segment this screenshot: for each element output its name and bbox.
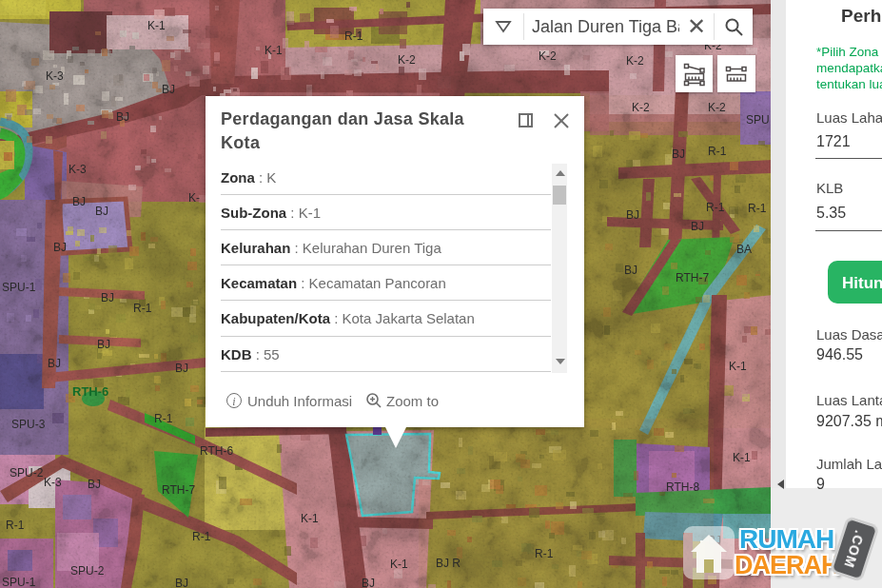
svg-text:K-2: K-2 — [398, 53, 416, 67]
svg-text:BJ: BJ — [116, 110, 129, 124]
svg-text:K-2: K-2 — [632, 101, 650, 114]
svg-text:K-1: K-1 — [390, 558, 408, 571]
svg-text:BJ R: BJ R — [436, 557, 461, 570]
svg-text:SPU: SPU — [746, 113, 770, 127]
svg-text:BA: BA — [736, 243, 752, 256]
svg-text:SPU-2: SPU-2 — [70, 564, 105, 578]
svg-text:RTH-6: RTH-6 — [72, 384, 108, 399]
svg-text:K-3: K-3 — [44, 476, 62, 489]
svg-text:K-2: K-2 — [626, 54, 644, 68]
svg-text:BJ: BJ — [162, 83, 175, 96]
svg-text:SPU-2: SPU-2 — [10, 466, 44, 480]
svg-text:BJ: BJ — [624, 264, 637, 277]
svg-text:BJ: BJ — [72, 195, 86, 208]
svg-text:BJ: BJ — [53, 241, 67, 254]
svg-text:R-1: R-1 — [748, 202, 767, 215]
svg-text:BJ: BJ — [626, 208, 639, 222]
svg-text:K-2: K-2 — [708, 101, 726, 114]
svg-text:RTH-8: RTH-8 — [666, 480, 699, 494]
svg-text:BJ: BJ — [97, 338, 110, 351]
svg-text:K-1: K-1 — [147, 19, 166, 32]
svg-text:RTH-7: RTH-7 — [676, 271, 709, 284]
svg-text:BJ: BJ — [48, 357, 61, 370]
svg-text:K-: K- — [188, 191, 200, 205]
svg-text:RTH-6: RTH-6 — [200, 444, 233, 458]
svg-text:BJ: BJ — [175, 362, 188, 375]
svg-text:RTH-7: RTH-7 — [162, 483, 195, 497]
svg-text:BJ: BJ — [101, 291, 114, 304]
svg-text:SPU-3: SPU-3 — [11, 418, 46, 431]
svg-text:BJ: BJ — [672, 147, 685, 161]
svg-text:K-1: K-1 — [733, 451, 751, 464]
svg-text:BJ: BJ — [175, 577, 188, 588]
svg-text:K-1: K-1 — [729, 360, 747, 373]
svg-text:R-1: R-1 — [708, 145, 727, 158]
svg-text:K-2: K-2 — [539, 49, 557, 63]
svg-text:BJ: BJ — [362, 577, 375, 588]
svg-text:K-3: K-3 — [46, 69, 64, 83]
svg-text:R-1: R-1 — [133, 302, 152, 315]
svg-text:K-1: K-1 — [301, 512, 319, 525]
svg-text:R-1: R-1 — [706, 201, 725, 214]
svg-text:K-1: K-1 — [265, 44, 283, 57]
svg-text:R-1: R-1 — [535, 547, 554, 560]
svg-text:BJ: BJ — [88, 478, 101, 491]
svg-text:K-3: K-3 — [69, 163, 87, 176]
svg-text:SPU-1: SPU-1 — [2, 281, 36, 294]
svg-text:BJ: BJ — [95, 205, 108, 218]
svg-text:SPU-1: SPU-1 — [2, 576, 36, 588]
svg-text:R-1: R-1 — [192, 530, 211, 543]
svg-text:BJ: BJ — [691, 220, 704, 233]
svg-text:R-1: R-1 — [344, 29, 363, 43]
svg-text:R-1: R-1 — [154, 412, 173, 425]
svg-text:R-1: R-1 — [6, 519, 25, 532]
